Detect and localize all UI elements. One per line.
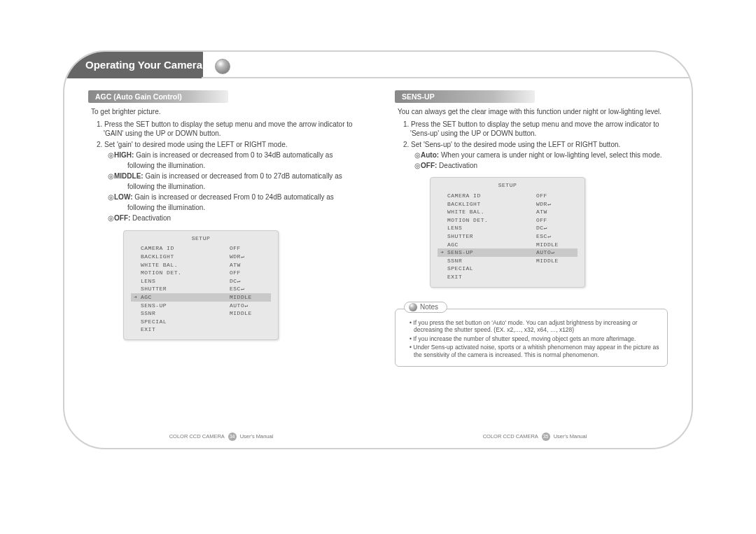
setup-row-label: EXIT [141,325,230,334]
setup-row-label: LENS [447,224,536,232]
setup-arrow-icon [440,257,447,265]
setup-row-label: BACKLIGHT [447,200,536,209]
setup-title: SETUP [131,235,271,243]
setup-row: MOTION DET.OFF [131,269,271,277]
setup-row: WHITE BAL.ATW [131,261,271,269]
setup-row-label: EXIT [447,273,536,281]
setup-arrow-icon [440,216,447,225]
setup-arrow-icon: ➔ [440,248,447,257]
page-title: Operating Your Camera [85,59,202,71]
setup-row: LENSDC↵ [438,224,578,232]
setup-row-label: SHUTTER [141,285,230,293]
setup-row-value: OFF [230,269,268,277]
setup-row: SHUTTERESC↵ [438,232,578,241]
setup-row: SHUTTERESC↵ [131,285,271,293]
agc-mode-middle-cont: following the illumination. [127,182,361,192]
setup-row: SPECIAL [438,265,578,273]
setup-row-label: WHITE BAL. [447,208,536,216]
setup-arrow-icon [134,269,141,277]
header-divider [202,50,692,78]
agc-mode-middle: ◎MIDDLE: Gain is increased or decreased … [108,171,361,181]
setup-row: WHITE BAL.ATW [438,208,578,216]
setup-arrow-icon [440,200,447,209]
agc-mode-high-cont: following the illumination. [127,161,361,171]
setup-arrow-icon [440,241,447,249]
setup-row: CAMERA IDOFF [438,192,578,200]
notes-orb-icon [409,303,417,311]
sensup-setup-panel: SETUP CAMERA IDOFFBACKLIGHTWDR↵WHITE BAL… [430,177,585,287]
setup-arrow-icon [440,273,447,281]
setup-row-label: SPECIAL [447,265,536,273]
setup-row-value [536,273,575,281]
setup-row-value: MIDDLE [536,257,575,265]
setup-arrow-icon [134,318,141,326]
setup-arrow-icon [440,192,447,200]
setup-arrow-icon [134,325,141,334]
page-number-right: 35 [542,433,550,441]
setup-arrow-icon [134,277,141,286]
agc-section-heading: AGC (Auto Gain Control) [88,90,228,103]
setup-row: EXIT [438,273,578,281]
notes-tab: Notes [404,302,447,314]
setup-row-label: WHITE BAL. [141,261,230,269]
setup-row-value: ESC↵ [230,285,268,293]
setup-arrow-icon [440,224,447,232]
notes-list: If you press the set button on 'Auto' mo… [402,319,660,359]
setup-row-value: OFF [536,192,575,200]
setup-arrow-icon [134,261,141,269]
notes-item: Under Sens-up activated noise, sports or… [410,344,660,358]
footer: COLOR CCD CAMERA 34 User's Manual COLOR … [64,433,692,441]
setup-arrow-icon [134,253,141,261]
setup-row-label: SENS-UP [141,302,230,310]
setup-row-value: AUTO↵ [536,248,575,257]
notes-box: Notes If you press the set button on 'Au… [395,309,668,367]
content-columns: AGC (Auto Gain Control) To get brighter … [71,90,685,420]
setup-row-value: MIDDLE [230,293,268,302]
agc-step-2: 2. Set 'gain' to desired mode using the … [97,140,358,150]
setup-arrow-icon [440,265,447,273]
setup-row: CAMERA IDOFF [131,244,271,253]
setup-row-value: WDR↵ [536,200,575,209]
setup-arrow-icon [134,285,141,293]
setup-row: BACKLIGHTWDR↵ [131,253,271,261]
setup-row-value: ESC↵ [536,232,575,241]
sensup-mode-auto: ◎Auto: When your camera is under night o… [414,150,668,160]
setup-row: ➔SENS-UPAUTO↵ [438,248,578,257]
agc-mode-low-cont: following the illumination. [127,203,361,213]
setup-row-label: SSNR [141,309,230,318]
setup-arrow-icon [134,309,141,318]
left-column: AGC (Auto Gain Control) To get brighter … [71,90,378,420]
setup-arrow-icon [440,232,447,241]
setup-row-label: BACKLIGHT [141,253,230,261]
setup-row-label: SSNR [447,257,536,265]
setup-row-label: AGC [447,241,536,249]
setup-row-value: OFF [230,244,268,253]
notes-item: If you press the set button on 'Auto' mo… [410,319,660,334]
setup-row-value: MIDDLE [230,309,268,318]
setup-row: SPECIAL [131,318,271,326]
setup-arrow-icon: ➔ [134,293,141,302]
setup-row-label: SPECIAL [141,318,230,326]
agc-mode-low: ◎LOW: Gain is increased or decreased Fro… [108,192,361,202]
setup-row-label: SENS-UP [447,248,536,257]
setup-row-value: DC↵ [536,224,575,232]
page-number-left: 34 [228,433,237,441]
setup-row-label: CAMERA ID [447,192,536,200]
agc-step-1: 1. Press the SET button to display the s… [97,120,358,139]
setup-row: EXIT [131,325,271,334]
agc-mode-high: ◎HIGH: Gain is increased or decreased fr… [108,150,361,160]
setup-row: LENSDC↵ [131,277,271,286]
setup-row-label: CAMERA ID [141,244,230,253]
setup-row-value: ATW [230,261,268,269]
sensup-step-1: 1. Press the SET button to display the s… [403,120,665,139]
setup-row-value [230,325,268,334]
agc-mode-off: ◎OFF: Deactivation [108,213,361,223]
setup-row: SSNRMIDDLE [131,309,271,318]
sensup-intro: You can always get the clear image with … [398,107,665,117]
sensup-section-heading: SENS-UP [395,90,535,103]
setup-row-value: WDR↵ [230,253,268,261]
setup-arrow-icon [134,244,141,253]
setup-row-value: DC↵ [230,277,268,286]
footer-right: COLOR CCD CAMERA 35 User's Manual [378,433,692,441]
sensup-mode-off: ◎OFF: Deactivation [414,161,668,171]
